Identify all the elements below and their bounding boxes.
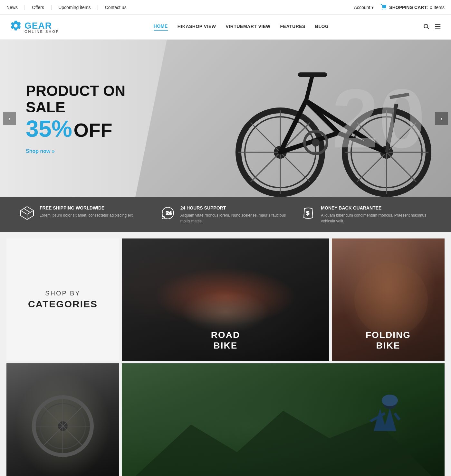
support-icon: 24 [160, 205, 176, 224]
logo-subtext: ONLINE SHOP [24, 30, 59, 33]
svg-point-62 [382, 395, 398, 406]
hero-next-button[interactable]: › [435, 112, 448, 125]
categories-section: ROADBIKE SHOP BY CATEGORIES FOLDINGBIKE [0, 232, 451, 476]
road-bike-label: ROADBIKE [122, 330, 329, 351]
hero-off: OFF [74, 119, 112, 141]
svg-line-27 [387, 152, 416, 182]
nav-home[interactable]: HOME [154, 23, 168, 31]
svg-point-39 [312, 139, 320, 146]
svg-line-57 [63, 426, 83, 447]
account-link[interactable]: Account ▾ [354, 5, 374, 10]
svg-line-59 [42, 426, 63, 447]
nav-upcoming[interactable]: Upcoming items [58, 5, 91, 10]
hero-bike-image [216, 43, 441, 197]
moneyback-icon: $ [301, 205, 316, 224]
nav-virtuemart[interactable]: VIRTUEMART VIEW [226, 24, 271, 30]
hero-content: PRODUCT ON SALE 35% OFF Shop now [0, 83, 161, 154]
svg-line-4 [427, 27, 429, 29]
feature-moneyback: $ MONEY BACK GUARANTEE Aliquam bibendum … [301, 205, 432, 224]
logo-text: GEAR [24, 21, 52, 31]
category-extra[interactable] [6, 363, 119, 476]
nav-icons [423, 23, 441, 32]
support-text: 24 HOURS SUPPORT Aliquam vitae rhoncus l… [180, 205, 291, 224]
svg-line-44 [24, 209, 30, 212]
mountain-bike-label: MOUNTAIN [122, 475, 445, 476]
menu-button[interactable] [434, 23, 441, 32]
nav-contact[interactable]: Contact us [105, 5, 127, 10]
svg-line-28 [357, 152, 387, 182]
svg-line-17 [251, 152, 280, 182]
svg-text:$: $ [306, 210, 309, 216]
svg-line-56 [42, 406, 63, 426]
svg-line-41 [21, 210, 27, 214]
shop-by-categories: SHOP BY CATEGORIES [6, 238, 119, 361]
svg-point-2 [385, 9, 386, 10]
svg-line-58 [63, 406, 83, 426]
feature-support: 24 24 HOURS SUPPORT Aliquam vitae rhoncu… [160, 205, 291, 224]
hero-prev-button[interactable]: ‹ [3, 112, 16, 125]
top-right: Account ▾ SHOPPING CART: 0 Items [354, 3, 445, 11]
svg-point-3 [424, 24, 428, 28]
search-button[interactable] [423, 23, 429, 31]
svg-line-15 [251, 123, 280, 152]
categories-label: CATEGORIES [28, 299, 98, 310]
category-mountain-bike[interactable]: MOUNTAIN [122, 363, 445, 476]
category-folding-bike[interactable]: FOLDINGBIKE [332, 238, 445, 361]
chevron-down-icon: ▾ [371, 5, 374, 10]
shipping-text: FREE SHIPPING WORLDWIDE Lorem ipsum dolo… [40, 205, 134, 218]
category-road-bike[interactable]: ROADBIKE [122, 238, 329, 361]
cart-icon [380, 3, 387, 11]
svg-line-64 [395, 413, 399, 420]
svg-text:24: 24 [166, 210, 172, 216]
svg-point-1 [382, 9, 383, 10]
svg-line-36 [390, 94, 409, 98]
cart-link[interactable]: SHOPPING CART: 0 Items [380, 3, 445, 11]
svg-line-33 [306, 75, 312, 101]
main-nav: HOME HIKASHOP VIEW VIRTUEMART VIEW FEATU… [154, 23, 329, 31]
header: GEAR ONLINE SHOP HOME HIKASHOP VIEW VIRT… [0, 15, 451, 40]
top-nav: News | Offers | Upcoming items | Contact… [6, 5, 127, 10]
top-bar: News | Offers | Upcoming items | Contact… [0, 0, 451, 15]
nav-offers[interactable]: Offers [32, 5, 44, 10]
shipping-icon [19, 205, 35, 224]
gear-icon [10, 20, 22, 34]
svg-rect-34 [298, 72, 327, 77]
nav-news[interactable]: News [6, 5, 18, 10]
svg-line-16 [280, 152, 310, 182]
hero-title: PRODUCT ON SALE [26, 83, 135, 115]
folding-bike-label: FOLDINGBIKE [332, 330, 445, 351]
shop-by-label: SHOP BY [45, 290, 81, 297]
logo[interactable]: GEAR ONLINE SHOP [10, 20, 59, 34]
nav-features[interactable]: FEATURES [280, 24, 305, 30]
moneyback-text: MONEY BACK GUARANTEE Aliquam bibendum co… [321, 205, 432, 224]
hero-discount: 35% [26, 116, 72, 142]
hero-banner: 20 PRODUCT ON SALE 35% OFF Shop now [0, 40, 451, 197]
svg-rect-0 [381, 4, 382, 5]
shop-now-link[interactable]: Shop now [26, 148, 55, 154]
feature-shipping: FREE SHIPPING WORLDWIDE Lorem ipsum dolo… [19, 205, 150, 224]
nav-blog[interactable]: BLOG [315, 24, 329, 30]
nav-hikashop[interactable]: HIKASHOP VIEW [178, 24, 216, 30]
features-bar: FREE SHIPPING WORLDWIDE Lorem ipsum dolo… [0, 197, 451, 232]
